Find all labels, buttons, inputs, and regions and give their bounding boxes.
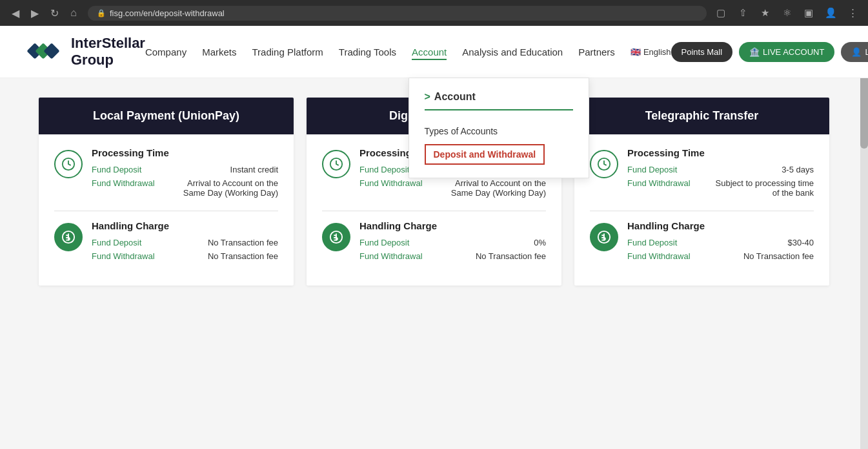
withdrawal-label-3: Fund Withdrawal [627,178,691,198]
browser-chrome: ◀ ▶ ↻ ⌂ 🔒 fisg.com/en/deposit-withdrawal… [0,0,868,26]
handling-charge-label-2: Handling Charge [359,220,546,231]
nav-trading-platform[interactable]: Trading Platform [252,44,323,60]
divider [54,211,278,211]
points-mall-button[interactable]: Points Mall [671,42,733,62]
site-header: InterStellar Group Company Markets Tradi… [0,26,868,78]
withdrawal-value-2: Arrival to Account on the Same Day (Work… [443,178,546,198]
dropdown-header: > Account [425,91,573,110]
login-button[interactable]: 👤 LOG IN [841,42,868,62]
charge-deposit-value-3: $30-40 [788,238,814,247]
dropdown-header-label: Account [434,91,476,103]
handling-charge-content-3: Handling Charge Fund Deposit $30-40 Fund… [627,220,814,265]
handling-charge-label: Handling Charge [92,220,278,231]
header-actions: Points Mall 🏦 LIVE ACCOUNT 👤 LOG IN [671,42,868,62]
charge-withdrawal-value-2: No Transaction fee [476,251,546,261]
divider-3 [590,211,814,211]
logo-area[interactable]: InterStellar Group [26,32,145,71]
withdrawal-row-2: Fund Withdrawal Arrival to Account on th… [359,178,546,198]
reload-button[interactable]: ↻ [46,5,62,21]
charge-withdrawal-row-2: Fund Withdrawal No Transaction fee [359,251,546,261]
charge-withdrawal-row-3: Fund Withdrawal No Transaction fee [627,251,814,261]
withdrawal-value-3: Subject to processing time of the bank [711,178,814,198]
charge-deposit-label-3: Fund Deposit [627,238,677,247]
back-button[interactable]: ◀ [8,5,23,21]
handling-charge-label-3: Handling Charge [627,220,814,231]
browser-actions: ▢ ⇧ ★ ⚛ ▣ 👤 ⋮ [713,5,860,21]
nav-analysis[interactable]: Analysis and Education [462,44,563,60]
withdrawal-label-2: Fund Withdrawal [359,178,423,198]
dropdown-overlay: > Account Types of Accounts Deposit and … [0,78,868,178]
withdrawal-row: Fund Withdrawal Arrival to Account on th… [92,178,278,198]
withdrawal-row-3: Fund Withdrawal Subject to processing ti… [627,178,814,198]
charge-deposit-value-2: 0% [534,238,546,247]
handling-charge-section-2: Handling Charge Fund Deposit 0% Fund Wit… [322,220,546,265]
nav-company[interactable]: Company [145,44,187,60]
language-selector[interactable]: 🇬🇧 English [631,47,671,57]
charge-withdrawal-value: No Transaction fee [208,251,278,261]
dropdown-arrow-icon: > [425,91,430,103]
home-button[interactable]: ⌂ [66,5,81,21]
bookmark-icon[interactable]: ★ [757,5,772,21]
divider-2 [322,211,546,211]
menu-icon[interactable]: ⋮ [845,5,860,21]
lock-icon: 🔒 [97,9,106,17]
nav-partners[interactable]: Partners [578,44,615,60]
charge-withdrawal-label: Fund Withdrawal [92,251,155,261]
svg-rect-2 [43,43,59,59]
forward-button[interactable]: ▶ [27,5,43,21]
dollar-icon-telegraphic [590,223,618,251]
browser-nav: ◀ ▶ ↻ ⌂ [8,5,81,21]
nav-account[interactable]: Account [412,44,447,60]
dropdown-types-of-accounts[interactable]: Types of Accounts [425,121,573,141]
profile-icon[interactable]: 👤 [823,5,838,21]
main-nav: Company Markets Trading Platform Trading… [145,44,671,60]
dollar-icon-digital [322,223,350,251]
charge-deposit-row-3: Fund Deposit $30-40 [627,238,814,247]
charge-deposit-value: No Transaction fee [208,238,278,247]
charge-deposit-label-2: Fund Deposit [359,238,409,247]
nav-markets[interactable]: Markets [202,44,236,60]
url-text: fisg.com/en/deposit-withdrawal [110,8,225,18]
logo-text: InterStellar Group [71,35,145,69]
charge-deposit-label: Fund Deposit [92,238,141,247]
charge-withdrawal-label-3: Fund Withdrawal [627,251,691,261]
nav-trading-tools[interactable]: Trading Tools [339,44,396,60]
account-dropdown: > Account Types of Accounts Deposit and … [409,78,589,178]
extension-icon[interactable]: ⚛ [779,5,794,21]
dollar-icon-local [54,223,83,251]
handling-charge-section: Handling Charge Fund Deposit No Transact… [54,220,278,265]
handling-charge-section-3: Handling Charge Fund Deposit $30-40 Fund… [590,220,814,265]
logo-svg [26,32,65,71]
live-account-button[interactable]: 🏦 LIVE ACCOUNT [739,42,834,62]
withdrawal-label: Fund Withdrawal [92,178,155,198]
charge-deposit-row-2: Fund Deposit 0% [359,238,546,247]
dropdown-deposit-withdrawal[interactable]: Deposit and Withdrawal [425,144,545,165]
charge-withdrawal-value-3: No Transaction fee [743,251,814,261]
charge-withdrawal-row: Fund Withdrawal No Transaction fee [92,251,278,261]
handling-charge-content-2: Handling Charge Fund Deposit 0% Fund Wit… [359,220,546,265]
charge-withdrawal-label-2: Fund Withdrawal [359,251,423,261]
share-icon[interactable]: ⇧ [735,5,751,21]
window-icon[interactable]: ▣ [801,5,816,21]
charge-deposit-row: Fund Deposit No Transaction fee [92,238,278,247]
withdrawal-value: Arrival to Account on the Same Day (Work… [176,178,278,198]
handling-charge-content: Handling Charge Fund Deposit No Transact… [92,220,278,265]
address-bar[interactable]: 🔒 fisg.com/en/deposit-withdrawal [88,6,707,21]
screenshot-icon[interactable]: ▢ [713,5,729,21]
